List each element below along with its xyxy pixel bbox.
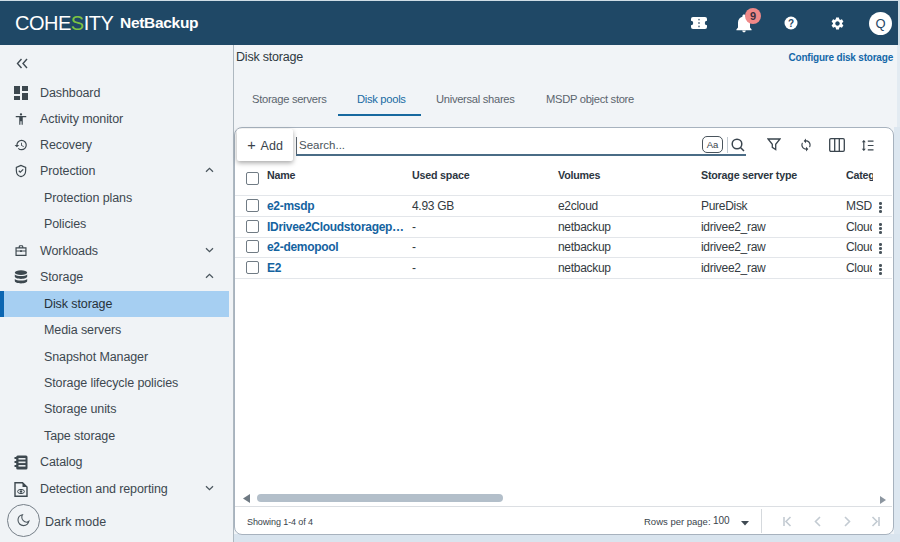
svg-text:?: ? <box>788 18 794 29</box>
